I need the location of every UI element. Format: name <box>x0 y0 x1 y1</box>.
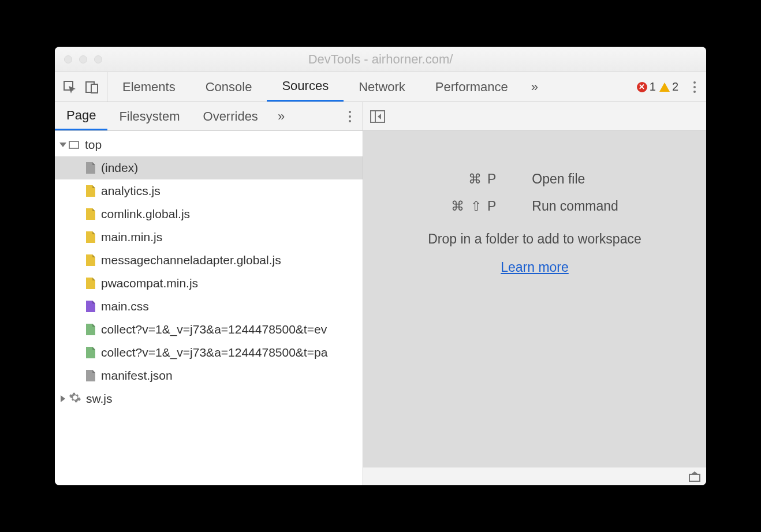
svg-rect-5 <box>689 474 700 481</box>
devtools-window: DevTools - airhorner.com/ Elements Conso… <box>55 47 706 485</box>
tree-file[interactable]: (index) <box>55 156 363 179</box>
file-icon <box>86 208 95 220</box>
tree-file[interactable]: collect?v=1&_v=j73&a=1244478500&t=ev <box>55 318 363 341</box>
disclosure-triangle-icon[interactable] <box>61 395 65 402</box>
shortcut-label: Run command <box>532 198 618 214</box>
close-window-button[interactable] <box>64 55 72 63</box>
shortcut-keys: ⌘ ⇧ P <box>451 198 497 214</box>
error-count[interactable]: ✕ 1 <box>637 80 656 93</box>
tree-file[interactable]: pwacompat.min.js <box>55 272 363 295</box>
toggle-navigator-icon[interactable] <box>370 110 385 123</box>
learn-more-link[interactable]: Learn more <box>501 260 569 275</box>
warning-count-value: 2 <box>672 80 678 93</box>
file-icon <box>86 162 95 174</box>
subtab-overrides[interactable]: Overrides <box>192 102 270 130</box>
tree-label: (index) <box>101 161 138 175</box>
subtab-filesystem[interactable]: Filesystem <box>107 102 191 130</box>
tree-label: collect?v=1&_v=j73&a=1244478500&t=ev <box>101 323 327 336</box>
file-icon <box>86 278 95 289</box>
sources-navigator: Page Filesystem Overrides » top (index) <box>55 102 363 485</box>
disclosure-triangle-icon[interactable] <box>59 143 66 147</box>
panel-body: Page Filesystem Overrides » top (index) <box>55 102 706 485</box>
tree-label: main.css <box>101 299 149 313</box>
error-count-value: 1 <box>650 80 656 93</box>
toolbar-left <box>55 72 107 102</box>
tab-performance[interactable]: Performance <box>420 72 523 102</box>
tab-console[interactable]: Console <box>191 72 267 102</box>
tree-label: pwacompat.min.js <box>101 276 198 290</box>
tree-file[interactable]: messagechanneladapter.global.js <box>55 249 363 272</box>
file-icon <box>86 347 95 358</box>
tree-label: messagechanneladapter.global.js <box>101 253 281 267</box>
tree-file[interactable]: manifest.json <box>55 364 363 387</box>
warning-count[interactable]: 2 <box>659 80 678 93</box>
more-tabs-button[interactable]: » <box>523 72 546 102</box>
tree-file[interactable]: main.css <box>55 295 363 318</box>
tree-label: comlink.global.js <box>101 207 190 221</box>
editor-panel: ⌘ P Open file ⌘ ⇧ P Run command Drop in … <box>363 102 706 485</box>
window-controls <box>64 55 102 63</box>
tab-network[interactable]: Network <box>344 72 420 102</box>
file-icon <box>86 185 95 197</box>
tree-label: sw.js <box>86 392 113 406</box>
service-worker-icon <box>69 391 81 407</box>
file-icon <box>86 301 95 312</box>
workspace-hint: Drop in a folder to add to workspace <box>428 231 641 247</box>
tree-label: manifest.json <box>101 369 173 383</box>
subtab-page[interactable]: Page <box>55 102 107 130</box>
shortcut-hints: ⌘ P Open file ⌘ ⇧ P Run command <box>451 171 618 214</box>
minimize-window-button[interactable] <box>79 55 87 63</box>
window-title: DevTools - airhorner.com/ <box>55 52 706 67</box>
more-subtabs-button[interactable]: » <box>270 102 293 130</box>
shortcut-keys: ⌘ P <box>451 171 497 187</box>
tree-worker[interactable]: sw.js <box>55 387 363 410</box>
error-icon: ✕ <box>637 82 647 92</box>
navigator-menu-button[interactable] <box>343 111 357 122</box>
zoom-window-button[interactable] <box>94 55 102 63</box>
navigator-tabbar: Page Filesystem Overrides » <box>55 102 363 131</box>
tab-elements[interactable]: Elements <box>107 72 191 102</box>
toggle-device-icon[interactable] <box>85 80 99 94</box>
editor-toolbar <box>363 102 706 131</box>
toggle-drawer-icon[interactable] <box>689 471 700 482</box>
tree-file[interactable]: main.min.js <box>55 226 363 249</box>
tree-label: analytics.js <box>101 184 161 198</box>
inspect-element-icon[interactable] <box>63 80 77 94</box>
main-tabs: Elements Console Sources Network Perform… <box>107 72 523 102</box>
file-tree: top (index) analytics.js comlink.global.… <box>55 131 363 485</box>
tree-file[interactable]: comlink.global.js <box>55 203 363 226</box>
file-icon <box>86 254 95 266</box>
tree-label: main.min.js <box>101 230 162 244</box>
warning-icon <box>659 83 670 92</box>
frame-icon <box>69 141 79 149</box>
tree-label: top <box>85 138 102 152</box>
file-icon <box>86 231 95 243</box>
file-icon <box>86 370 95 381</box>
tab-sources[interactable]: Sources <box>267 72 344 102</box>
main-tabbar: Elements Console Sources Network Perform… <box>55 72 706 102</box>
editor-footer <box>363 467 706 485</box>
svg-rect-2 <box>91 84 98 93</box>
settings-menu-button[interactable] <box>688 81 702 93</box>
shortcut-label: Open file <box>532 171 618 187</box>
tree-file[interactable]: analytics.js <box>55 179 363 203</box>
tree-frame-top[interactable]: top <box>55 133 363 156</box>
toolbar-right: ✕ 1 2 <box>637 72 706 102</box>
file-icon <box>86 324 95 335</box>
tree-label: collect?v=1&_v=j73&a=1244478500&t=pa <box>101 346 327 359</box>
titlebar: DevTools - airhorner.com/ <box>55 47 706 72</box>
editor-empty-state: ⌘ P Open file ⌘ ⇧ P Run command Drop in … <box>363 131 706 467</box>
tree-file[interactable]: collect?v=1&_v=j73&a=1244478500&t=pa <box>55 341 363 364</box>
